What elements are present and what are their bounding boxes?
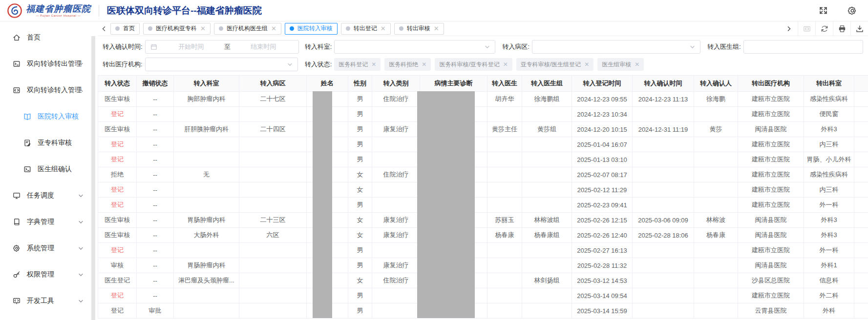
table-row[interactable]: 医生审核--胃肠肿瘤内科二十三区女康复治疗苏丽玉林榕波组2025-02-26 1… (98, 213, 868, 228)
table-cell: 2025-02-28 18:06 (633, 228, 694, 243)
table-cell: 2025-01-13 03:10 (572, 152, 633, 167)
sidebar-item-subspecialty-review[interactable]: 亚专科审核 (0, 130, 91, 156)
tabs-scroll-left-icon[interactable] (98, 21, 110, 36)
table-cell (694, 288, 738, 303)
table-row[interactable]: 医生审核--肝胆胰肿瘤内科二十四区男康复治疗黄莎主任黄莎组2024-12-20 … (98, 122, 868, 137)
sidebar-item-dev-tools[interactable]: 开发工具 (0, 288, 91, 314)
table-cell (372, 243, 420, 258)
fullscreen-icon[interactable] (819, 6, 828, 15)
tab-transfer-out-register[interactable]: 转出登记✕ (341, 23, 391, 35)
table-cell (174, 243, 239, 258)
tabs-scroll-right-icon[interactable] (780, 21, 798, 36)
table-row[interactable]: 登记--男2025-03-14 09:54建瓯市立医院外二科 (98, 288, 868, 303)
column-header: 性别 (348, 76, 372, 92)
refresh-button[interactable] (815, 21, 833, 36)
table-row[interactable]: 拒绝--无女住院治疗2025-02-07 08:17建瓯市立医院感染性疾病科 (98, 167, 868, 182)
close-icon[interactable]: ✕ (434, 25, 439, 32)
close-icon[interactable]: ✕ (381, 25, 386, 32)
close-icon[interactable]: ✕ (200, 25, 206, 32)
sidebar-item-home[interactable]: 首页 (0, 24, 91, 51)
sidebar-item-dictionary-mgmt[interactable]: 字典管理 (0, 209, 91, 235)
table-cell: 闽清县医院 (738, 122, 804, 137)
tab-org-doctor-group[interactable]: 医疗机构医生组✕ (214, 23, 281, 35)
table-cell (633, 198, 694, 213)
close-icon[interactable]: ✕ (422, 61, 426, 68)
table-cell: 建瓯市立医院 (738, 167, 804, 182)
close-icon[interactable]: ✕ (371, 61, 376, 68)
transfer-in-doctor-group-label: 转入医生组: (707, 42, 741, 51)
table-cell: 外二科 (804, 288, 854, 303)
sidebar-item-transfer-out-mgmt[interactable]: 双向转诊转出管理 (0, 51, 91, 77)
table-cell (633, 288, 694, 303)
table-cell: 登记 (98, 243, 137, 258)
column-header: 姓名 (307, 76, 348, 92)
table-cell: 2024-12-23 10:34 (572, 107, 633, 122)
tab-home[interactable]: 首页 (110, 23, 140, 35)
sidebar-item-doctor-group-confirm[interactable]: 医生组确认 (0, 156, 91, 182)
table-row[interactable]: 登记--女2025-02-12 11:29建瓯市立医院内三科 (98, 182, 868, 198)
table-row[interactable]: 登记审批男2025-03-14 15:59云霄县医院外科 (98, 303, 868, 319)
tab-hospital-transfer-in-review[interactable]: 医院转入审核 (285, 23, 338, 35)
table-cell: 黄莎主任 (487, 122, 522, 137)
table-cell (854, 182, 868, 198)
status-tag[interactable]: 医务科登记✕ (334, 58, 381, 71)
table-row[interactable]: 登记--男2025-01-04 16:07建瓯市立医院内三科 (98, 137, 868, 152)
table-row[interactable]: 医生登记--淋巴瘤及头颈肿瘤...女住院治疗林剑扬组2025-03-12 14:… (98, 273, 868, 288)
tab-org-subspecialty[interactable]: 医疗机构亚专科✕ (143, 23, 211, 35)
close-icon[interactable]: ✕ (635, 61, 639, 68)
download-icon (856, 25, 864, 33)
table-cell: -- (137, 137, 174, 152)
sidebar-item-hospital-transfer-in-review[interactable]: 医院转入审核 (0, 103, 91, 130)
table-cell (694, 137, 738, 152)
settings-gear-icon[interactable] (847, 6, 857, 16)
status-tag[interactable]: 医生组审核✕ (597, 58, 644, 71)
table-cell (694, 107, 738, 122)
status-tag-label: 医务科登记 (339, 60, 368, 69)
confirm-time-daterange-input[interactable]: 开始时间 至 结束时间 (145, 40, 299, 54)
tab-status-dot (115, 26, 120, 31)
print-icon (838, 25, 846, 33)
table-cell (854, 198, 868, 213)
transfer-in-ward-select[interactable] (532, 40, 700, 54)
sidebar-item-task-scheduling[interactable]: 任务调度 (0, 182, 91, 209)
table-row[interactable]: 登记--男2025-02-23 09:41建瓯市立医院外一科 (98, 198, 868, 213)
table-cell (522, 243, 572, 258)
tab-label: 医疗机构医生组 (227, 24, 268, 33)
vertical-scrollbar[interactable] (91, 36, 95, 320)
table-cell (487, 152, 522, 167)
table-cell: -- (137, 258, 174, 273)
table-cell: 2025-03-14 09:54 (572, 288, 633, 303)
fit-screen-button[interactable] (798, 21, 815, 36)
table-cell: -- (137, 152, 174, 167)
table-row[interactable]: 医生审核--大肠外科六区女康复治疗杨春康杨春康组2025-02-26 12:40… (98, 228, 868, 243)
status-tag[interactable]: 亚专科审核/医生组登记✕ (516, 58, 593, 71)
sidebar-item-system-mgmt[interactable]: 系统管理 (0, 235, 91, 261)
status-tag[interactable]: 医务科拒绝✕ (384, 58, 431, 71)
tab-transfer-out-review[interactable]: 转出审核✕ (394, 23, 444, 35)
transfer-in-dept-select[interactable] (334, 40, 495, 54)
sidebar-item-permission-mgmt[interactable]: 权限管理 (0, 261, 91, 288)
table-cell: 康复治疗 (372, 122, 420, 137)
table-cell: 外科3 (804, 122, 854, 137)
transfer-in-doctor-group-input[interactable] (743, 40, 864, 54)
close-icon[interactable]: ✕ (271, 25, 276, 32)
table-cell: -- (137, 243, 174, 258)
table-cell (522, 137, 572, 152)
table-row[interactable]: 登记--男2025-01-13 03:10建瓯市立医院胃肠、小儿外科 (98, 152, 868, 167)
print-button[interactable] (833, 21, 850, 36)
table-row[interactable]: 登记--男2025-02-27 16:13建瓯市立医院外一科 (98, 243, 868, 258)
transfer-out-org-select[interactable] (145, 58, 298, 71)
table-row[interactable]: 登记--男2024-12-23 10:34建瓯市立医院便民窗 (98, 107, 868, 122)
transfer-in-ward-label: 转入病区: (502, 42, 529, 51)
table-row[interactable]: 医生审核--胸部肿瘤内科二十七区男住院治疗胡卉华徐海鹏组2024-12-23 0… (98, 92, 868, 107)
download-button[interactable] (850, 21, 868, 36)
table-cell: 登记 (98, 198, 137, 213)
table-cell: -- (137, 107, 174, 122)
close-icon[interactable]: ✕ (503, 61, 508, 68)
close-icon[interactable]: ✕ (584, 61, 589, 68)
table-row[interactable]: 审核--胃肠肿瘤内科男康复治疗2025-02-28 11:32闽清县医院外科1 (98, 258, 868, 273)
status-tag[interactable]: 医务科审核/亚专科登记✕ (435, 58, 512, 71)
sidebar-item-transfer-in-mgmt[interactable]: 双向转诊转入管理 (0, 77, 91, 103)
table-cell: 登记 (98, 137, 137, 152)
table-cell (487, 182, 522, 198)
